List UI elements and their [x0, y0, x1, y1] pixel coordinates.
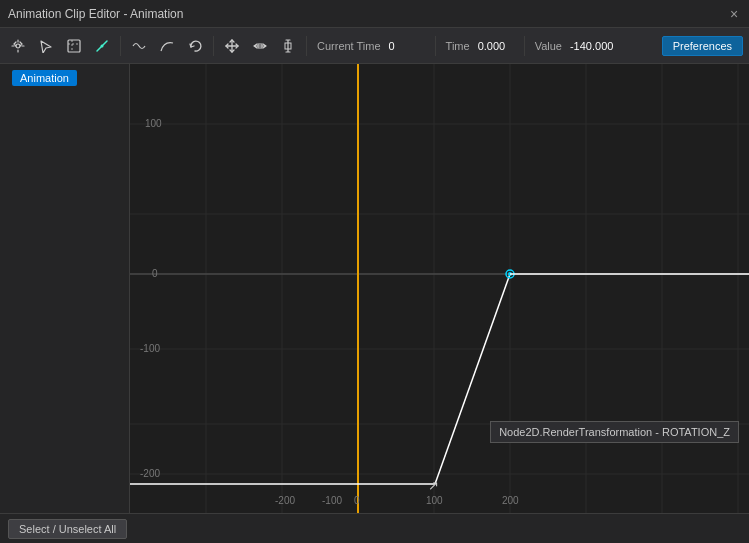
svg-rect-1	[68, 40, 80, 52]
svg-text:100: 100	[145, 118, 162, 129]
separator-3	[306, 36, 307, 56]
select-tool-button[interactable]	[34, 34, 58, 58]
svg-text:-100: -100	[140, 343, 160, 354]
undo-icon	[188, 39, 202, 53]
svg-line-32	[435, 274, 510, 484]
frame-selected-button[interactable]	[62, 34, 86, 58]
main-area: 100 0 -100 -200 -200 -100 0 100 200	[0, 64, 749, 513]
close-button[interactable]: ×	[727, 7, 741, 21]
time-label: Time	[446, 40, 470, 52]
current-time-label: Current Time	[317, 40, 381, 52]
svg-text:200: 200	[502, 495, 519, 506]
tangent-icon	[95, 39, 109, 53]
scale-v-button[interactable]	[276, 34, 300, 58]
separator-4	[435, 36, 436, 56]
separator-5	[524, 36, 525, 56]
graph-area[interactable]: 100 0 -100 -200 -200 -100 0 100 200	[130, 64, 749, 513]
value-value: -140.000	[570, 40, 613, 52]
window-title: Animation Clip Editor - Animation	[8, 7, 183, 21]
toolbar: Current Time 0 Time 0.000 Value -140.000…	[0, 28, 749, 64]
svg-text:0: 0	[152, 268, 158, 279]
separator-1	[120, 36, 121, 56]
pan-icon	[10, 38, 26, 54]
animation-tag[interactable]: Animation	[12, 70, 77, 86]
scale-h-button[interactable]	[248, 34, 272, 58]
value-label: Value	[535, 40, 562, 52]
clamp-icon	[131, 39, 147, 53]
select-unselect-all-button[interactable]: Select / Unselect All	[8, 519, 127, 539]
left-panel	[0, 64, 130, 513]
bottom-bar: Select / Unselect All	[0, 513, 749, 543]
undo-button[interactable]	[183, 34, 207, 58]
free-tangent-icon	[159, 39, 175, 53]
title-bar: Animation Clip Editor - Animation ×	[0, 0, 749, 28]
time-value: 0.000	[478, 40, 518, 52]
svg-text:-200: -200	[275, 495, 295, 506]
svg-text:↗: ↗	[428, 478, 439, 493]
svg-point-2	[101, 44, 104, 47]
current-time-value: 0	[389, 40, 429, 52]
select-icon	[39, 39, 53, 53]
svg-text:0: 0	[354, 495, 360, 506]
scale-h-icon	[252, 38, 268, 54]
svg-text:100: 100	[426, 495, 443, 506]
scale-v-icon	[280, 38, 296, 54]
move-icon	[224, 38, 240, 54]
pan-tool-button[interactable]	[6, 34, 30, 58]
tangent-tool-button[interactable]	[90, 34, 114, 58]
frame-icon	[66, 38, 82, 54]
preferences-button[interactable]: Preferences	[662, 36, 743, 56]
clamp-tangent-button[interactable]	[127, 34, 151, 58]
svg-text:-100: -100	[322, 495, 342, 506]
separator-2	[213, 36, 214, 56]
svg-text:-200: -200	[140, 468, 160, 479]
graph-svg: 100 0 -100 -200 -200 -100 0 100 200	[130, 64, 749, 513]
free-tangent-button[interactable]	[155, 34, 179, 58]
move-button[interactable]	[220, 34, 244, 58]
